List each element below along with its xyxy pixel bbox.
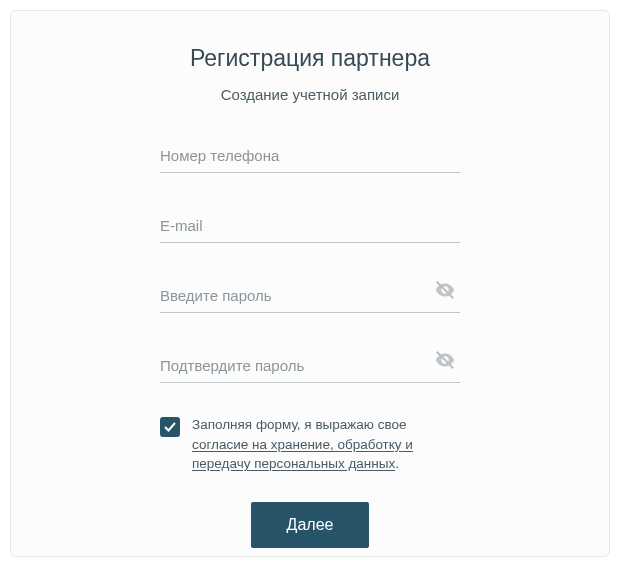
email-field-wrapper (160, 211, 460, 243)
page-title: Регистрация партнера (160, 45, 460, 72)
password-confirm-field-wrapper (160, 351, 460, 383)
eye-off-icon[interactable] (434, 279, 456, 301)
phone-field-wrapper (160, 141, 460, 173)
password-input[interactable] (160, 281, 460, 313)
consent-text: Заполняя форму, я выражаю свое согласие … (192, 415, 460, 474)
eye-off-icon[interactable] (434, 349, 456, 371)
consent-link[interactable]: согласие на хранение, обработку и переда… (192, 437, 413, 472)
consent-row: Заполняя форму, я выражаю свое согласие … (160, 415, 460, 474)
password-field-wrapper (160, 281, 460, 313)
phone-input[interactable] (160, 141, 460, 173)
consent-prefix: Заполняя форму, я выражаю свое (192, 417, 407, 432)
password-confirm-input[interactable] (160, 351, 460, 383)
consent-suffix: . (395, 456, 399, 471)
actions-row: Далее (160, 502, 460, 548)
consent-checkbox[interactable] (160, 417, 180, 437)
email-input[interactable] (160, 211, 460, 243)
registration-card: Регистрация партнера Создание учетной за… (10, 10, 610, 557)
next-button[interactable]: Далее (251, 502, 370, 548)
page-subtitle: Создание учетной записи (160, 86, 460, 103)
